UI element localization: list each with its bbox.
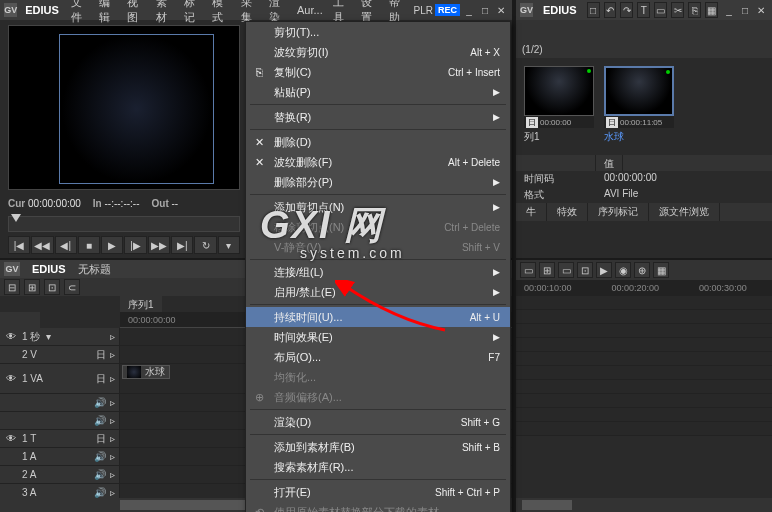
track-head[interactable]: 1 A🔊▹ [0, 448, 120, 465]
expand-icon[interactable]: ▹ [110, 349, 115, 360]
tr-track[interactable] [516, 296, 772, 310]
playhead-icon[interactable] [11, 214, 21, 222]
tool-icon[interactable]: ⊟ [4, 279, 20, 295]
tool-icon[interactable]: ▭ [654, 2, 667, 18]
menu-item[interactable]: 持续时间(U)...Alt + U [246, 307, 510, 327]
tool-icon[interactable]: ⊡ [44, 279, 60, 295]
magnet-icon[interactable]: ⊂ [64, 279, 80, 295]
menu-item[interactable]: 启用/禁止(E)▶ [246, 282, 510, 302]
tr-track[interactable] [516, 310, 772, 324]
close-button[interactable]: ✕ [494, 3, 508, 17]
tool-icon[interactable]: □ [587, 2, 600, 18]
menu-item[interactable]: 添加剪切点(N)▶ [246, 197, 510, 217]
more-button[interactable]: ▾ [218, 236, 240, 254]
menu-view[interactable]: 视图 [123, 0, 149, 27]
tool-icon[interactable]: ↶ [604, 2, 617, 18]
track-head[interactable]: 👁 1 秒 ▾ ▹ [0, 328, 120, 345]
menu-edit[interactable]: 编辑 [95, 0, 121, 27]
minimize-button[interactable]: _ [722, 3, 736, 17]
rewind-button[interactable]: ◀◀ [31, 236, 53, 254]
menu-item[interactable]: 波纹剪切(I)Alt + X [246, 42, 510, 62]
maximize-button[interactable]: □ [478, 3, 492, 17]
menu-mode[interactable]: 模式 [208, 0, 234, 27]
h-scrollbar[interactable] [516, 498, 772, 512]
minimize-button[interactable]: _ [462, 3, 476, 17]
tr-track[interactable] [516, 338, 772, 352]
tool-icon[interactable]: ⊕ [634, 262, 650, 278]
expand-icon[interactable]: ▹ [110, 415, 115, 426]
expand-icon[interactable]: ▹ [110, 451, 115, 462]
tr-track[interactable] [516, 352, 772, 366]
tr-track[interactable] [516, 394, 772, 408]
scrubber[interactable] [8, 216, 240, 232]
track-head[interactable]: 🔊▹ [0, 394, 120, 411]
expand-icon[interactable]: ▹ [110, 397, 115, 408]
expand-icon[interactable]: ▹ [110, 433, 115, 444]
expand-icon[interactable]: ▹ [110, 373, 115, 384]
props-tab[interactable]: 牛 [516, 203, 547, 221]
next-button[interactable]: ▶| [171, 236, 193, 254]
menu-item[interactable]: 搜索素材库(R)... [246, 457, 510, 477]
tr-track[interactable] [516, 408, 772, 422]
menu-aura[interactable]: Aur... [293, 2, 327, 18]
expand-icon[interactable]: ▹ [110, 487, 115, 498]
tool-icon[interactable]: ↷ [620, 2, 633, 18]
props-tab[interactable]: 序列标记 [588, 203, 649, 221]
props-tab[interactable]: 特效 [547, 203, 588, 221]
tool-icon[interactable]: ▦ [705, 2, 718, 18]
track-head[interactable]: 2 V日▹ [0, 346, 120, 363]
tool-icon[interactable]: ▦ [653, 262, 669, 278]
play-button[interactable]: ▶ [101, 236, 123, 254]
tool-icon[interactable]: ◉ [615, 262, 631, 278]
tool-icon[interactable]: T [637, 2, 650, 18]
cut-icon[interactable]: ✂ [671, 2, 684, 18]
clip[interactable]: 水球 [122, 365, 170, 379]
stepfwd-button[interactable]: |▶ [124, 236, 146, 254]
track-head[interactable]: 👁1 VA日▹ [0, 364, 120, 393]
menu-item[interactable]: ✕波纹删除(F)Alt + Delete [246, 152, 510, 172]
maximize-button[interactable]: □ [738, 3, 752, 17]
tr-track[interactable] [516, 324, 772, 338]
preview-monitor[interactable] [8, 25, 240, 190]
menu-marker[interactable]: 标记 [180, 0, 206, 27]
tool-icon[interactable]: ⊡ [577, 262, 593, 278]
sequence-tab[interactable]: 序列1 [120, 296, 162, 312]
menu-item[interactable]: 删除部分(P)▶ [246, 172, 510, 192]
scrollbar-thumb[interactable] [522, 500, 572, 510]
menu-item[interactable]: 粘贴(P)▶ [246, 82, 510, 102]
loop-button[interactable]: ↻ [194, 236, 216, 254]
eye-icon[interactable]: 👁 [4, 331, 18, 342]
track-head[interactable]: 3 A🔊▹ [0, 484, 120, 498]
stop-button[interactable]: ■ [78, 236, 100, 254]
menu-item[interactable]: 剪切(T)... [246, 22, 510, 42]
lock-icon[interactable]: ▹ [110, 331, 115, 342]
menu-item[interactable]: 打开(E)Shift + Ctrl + P [246, 482, 510, 502]
props-tab[interactable]: 源文件浏览 [649, 203, 720, 221]
tr-track[interactable] [516, 380, 772, 394]
eye-icon[interactable]: 👁 [4, 373, 18, 384]
menu-clip[interactable]: 素材 [152, 0, 178, 27]
menu-file[interactable]: 文件 [67, 0, 93, 27]
menu-item[interactable]: 布局(O)...F7 [246, 347, 510, 367]
play-icon[interactable]: ▶ [596, 262, 612, 278]
tool-icon[interactable]: ⎘ [688, 2, 701, 18]
tool-icon[interactable]: ⊞ [539, 262, 555, 278]
tool-icon[interactable]: ▭ [520, 262, 536, 278]
bin-thumb[interactable]: 日00:00:11:05水球 [604, 66, 674, 144]
tr-track[interactable] [516, 366, 772, 380]
menu-item[interactable]: 添加到素材库(B)Shift + B [246, 437, 510, 457]
bin-thumb[interactable]: 日00:00:00列1 [524, 66, 594, 144]
track-head[interactable]: 👁1 T日▹ [0, 430, 120, 447]
tr-track[interactable] [516, 422, 772, 436]
menu-item[interactable]: 渲染(D)Shift + G [246, 412, 510, 432]
menu-item[interactable]: 时间效果(E)▶ [246, 327, 510, 347]
expand-icon[interactable]: ▹ [110, 469, 115, 480]
track-head[interactable]: 🔊▹ [0, 412, 120, 429]
menu-item[interactable]: 连接/组(L)▶ [246, 262, 510, 282]
tr-ruler[interactable]: 00:00:10:00 00:00:20:00 00:00:30:00 00:0… [516, 280, 772, 296]
menu-item[interactable]: ⎘复制(C)Ctrl + Insert [246, 62, 510, 82]
prev-button[interactable]: |◀ [8, 236, 30, 254]
track-head[interactable]: 2 A🔊▹ [0, 466, 120, 483]
stepback-button[interactable]: ◀| [55, 236, 77, 254]
tool-icon[interactable]: ▭ [558, 262, 574, 278]
